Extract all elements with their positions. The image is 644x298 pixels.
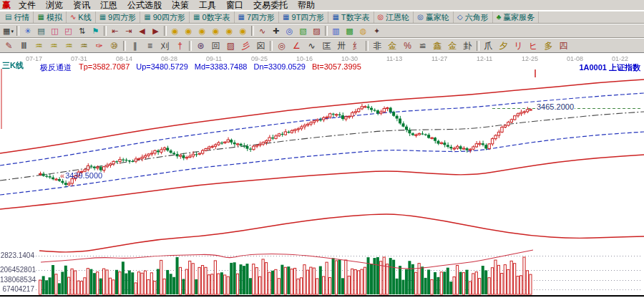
bar-chart-1-icon[interactable]: ◫ (48, 24, 62, 37)
pattern-icon[interactable]: ✳ (21, 24, 34, 37)
list-view-icon[interactable]: ▤ (34, 24, 48, 37)
draw-tool-33-icon[interactable]: ヒ (526, 39, 541, 52)
draw-tool-16-icon[interactable]: 囟 (253, 39, 268, 52)
news-icon[interactable]: ▥ (329, 24, 343, 37)
draw-tool-23-icon[interactable]: 非 (370, 39, 385, 52)
gann-toolbar: ▤行情▦模拟∿K线▦9四方形▦90四方形▦0数字表▦7四方形▦9T四方形▦T数字… (0, 11, 644, 24)
draw-tool-17-icon[interactable]: ◎ (274, 39, 289, 52)
coin-5-icon[interactable]: ◉ (223, 24, 236, 37)
panel-1-icon[interactable]: ▧ (296, 24, 310, 37)
gann-button-9[interactable]: ◎江恩轮 (374, 11, 414, 23)
last-bar-icon[interactable]: ⇥ (122, 24, 135, 37)
draw-tool-4-icon[interactable]: ♒ (62, 39, 77, 52)
draw-tool-14-icon[interactable]: ▨ (223, 39, 238, 52)
menu-item-1[interactable]: 浏览 (41, 0, 68, 10)
coin-2-icon[interactable]: ◉ (182, 24, 195, 37)
draw-tool-8-icon[interactable]: ∥ (127, 39, 142, 52)
menu-item-4[interactable]: 公式选股 (122, 0, 167, 10)
draw-tool-12-icon[interactable]: ⊛ (193, 39, 208, 52)
next-bar-icon[interactable]: ▶ (149, 24, 162, 37)
draw-tool-30-icon[interactable]: 爪 (481, 39, 496, 52)
draw-tool-19-icon[interactable]: ∿ (304, 39, 319, 52)
date-label-7: 10-30 (341, 55, 358, 62)
coin-1-icon[interactable]: ◉ (168, 24, 182, 37)
gann-button-1[interactable]: ▦模拟 (34, 11, 66, 23)
0数字表-icon: ▦ (193, 14, 200, 21)
indicator-header: 极反通道 Tp=3582.7087Up=3480.5729Md=3383.748… (40, 62, 361, 73)
9T四方形-icon: ▦ (283, 14, 289, 21)
coin-6-icon[interactable]: ◉ (236, 24, 250, 37)
draw-tool-22-icon[interactable]: 纟 (349, 39, 364, 52)
draw-tool-25-icon[interactable]: % (400, 39, 415, 52)
90四方形-icon: ▦ (144, 14, 150, 21)
date-label-13: 01-22 (612, 55, 628, 62)
wave-tool-icon[interactable]: ∿ (255, 24, 269, 37)
low-annotation: «3439.5000 (60, 171, 102, 180)
draw-tool-31-icon[interactable]: 夕 (496, 39, 511, 52)
gann-button-4[interactable]: ▦90四方形 (140, 11, 190, 23)
draw-tool-26-icon[interactable]: ≌ (415, 39, 430, 52)
menu-item-3[interactable]: 江恩 (95, 0, 122, 10)
draw-tool-34-icon[interactable]: 多 (541, 39, 556, 52)
gann-button-12[interactable]: ♣赢家服务 (493, 11, 540, 23)
draw-tool-11-icon[interactable]: † (172, 39, 187, 52)
draw-tool-13-icon[interactable]: 回 (208, 39, 223, 52)
gann-button-7[interactable]: ▦9T四方形 (279, 11, 328, 23)
draw-tool-5-icon[interactable]: ♒ (77, 39, 92, 52)
coin-3-icon[interactable]: ◉ (195, 24, 209, 37)
gann-button-11[interactable]: ◇六角形 (454, 11, 493, 23)
gann-button-10[interactable]: ◎赢家轮 (414, 11, 454, 23)
draw-tool-24-icon[interactable]: 金 (385, 39, 400, 52)
draw-tool-27-icon[interactable]: 鑫 (430, 39, 445, 52)
gann-button-0[interactable]: ▤行情 (1, 11, 34, 23)
gann-button-label: T数字表 (341, 12, 370, 23)
sort-icon[interactable]: ⇅ (75, 24, 89, 37)
gann-button-label: 0数字表 (202, 12, 230, 23)
coin-4-icon[interactable]: ◉ (209, 24, 223, 37)
gann-button-2[interactable]: ∿K线 (67, 11, 96, 23)
draw-tool-6-icon[interactable]: ✑ (92, 39, 107, 52)
draw-tool-18-icon[interactable]: ∠ (289, 39, 304, 52)
hammer-icon[interactable]: ✦ (370, 24, 384, 37)
draw-tool-20-icon[interactable]: 匡 (319, 39, 334, 52)
camera-icon[interactable]: ◍ (356, 24, 370, 37)
gann-button-3[interactable]: ▦9四方形 (96, 11, 141, 23)
draw-tool-9-icon[interactable]: ≡ (142, 39, 157, 52)
menu-item-5[interactable]: 决策 (167, 0, 194, 10)
date-label-6: 10-16 (296, 55, 313, 62)
draw-tool-3-icon[interactable]: ♒ (47, 39, 62, 52)
draw-tool-1-icon[interactable]: Ⅲ (16, 39, 31, 52)
menu-item-8[interactable]: 交易委托 (248, 0, 293, 10)
gann-button-6[interactable]: ▦7四方形 (235, 11, 280, 23)
menu-item-7[interactable]: 窗口 (221, 0, 248, 10)
menu-item-6[interactable]: 工具 (194, 0, 221, 10)
draw-tool-7-icon[interactable]: ⑩ (107, 39, 122, 52)
menu-item-0[interactable]: 文件 (14, 0, 41, 10)
image-tool-icon[interactable]: ▩ (343, 24, 356, 37)
first-bar-icon[interactable]: ⇤ (108, 24, 122, 37)
crosshair-icon[interactable]: ✚ (269, 24, 283, 37)
K线-icon: ∿ (70, 14, 76, 21)
draw-tool-32-icon[interactable]: リ (511, 39, 526, 52)
draw-tool-15-icon[interactable]: 彡 (238, 39, 253, 52)
draw-tool-0-icon[interactable]: ✎ (1, 39, 16, 52)
draw-tool-10-icon[interactable]: 刈 (157, 39, 172, 52)
draw-tool-2-icon[interactable]: ♒ (31, 39, 47, 52)
prev-bar-icon[interactable]: ◀ (135, 24, 149, 37)
zoom-tool-icon[interactable]: ◎ (283, 24, 296, 37)
bar-chart-2-icon[interactable]: ◰ (62, 24, 75, 37)
toolbar-separator (123, 41, 126, 51)
draw-tool-21-icon[interactable]: 卅 (334, 39, 349, 52)
menu-item-2[interactable]: 资讯 (68, 0, 95, 10)
low-annotation-value: 3439.5000 (65, 171, 102, 180)
draw-tool-35-icon[interactable]: 四 (556, 39, 571, 52)
draw-tool-28-icon[interactable]: 金 (445, 39, 460, 52)
layout-combo-icon[interactable]: ▦▾ (1, 24, 15, 37)
gann-button-5[interactable]: ▦0数字表 (190, 11, 235, 23)
gann-button-label: 六角形 (465, 12, 489, 23)
flag-icon[interactable]: ⚑ (89, 24, 102, 37)
panel-2-icon[interactable]: ▨ (310, 24, 323, 37)
draw-tool-29-icon[interactable]: 卦 (460, 39, 475, 52)
menu-item-9[interactable]: 帮助 (293, 0, 320, 10)
gann-button-8[interactable]: ▦T数字表 (328, 11, 374, 23)
